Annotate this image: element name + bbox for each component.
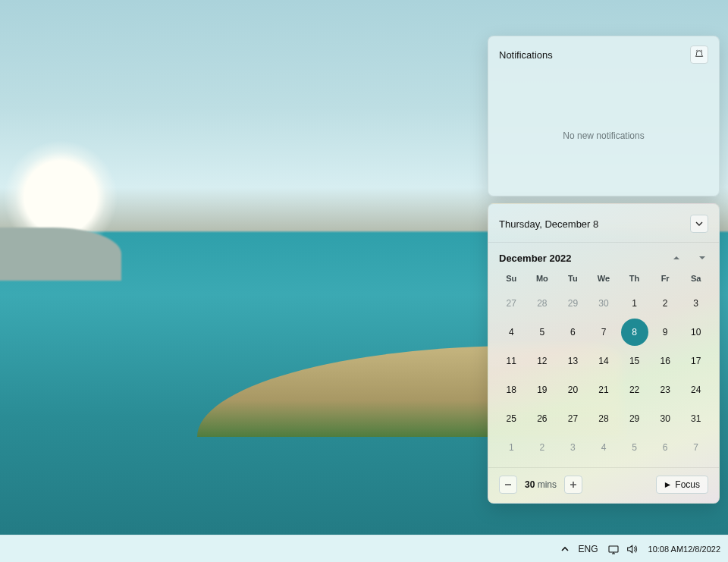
calendar-day[interactable]: 17 [680, 347, 711, 375]
calendar-day[interactable]: 27 [496, 290, 527, 317]
calendar-grid: SuMoTuWeThFrSa27282930123456789101112131… [488, 268, 719, 467]
do-not-disturb-button[interactable] [690, 46, 708, 64]
calendar-day[interactable]: 14 [588, 347, 620, 375]
calendar-dow: We [588, 268, 620, 288]
calendar-day[interactable]: 26 [527, 405, 558, 432]
calendar-dow: Fr [650, 268, 681, 288]
calendar-day[interactable]: 6 [557, 319, 588, 346]
calendar-day[interactable]: 3 [557, 434, 588, 461]
calendar-dow: Su [496, 268, 527, 288]
calendar-day[interactable]: 4 [496, 319, 527, 346]
calendar-day[interactable]: 20 [557, 376, 588, 403]
calendar-day[interactable]: 31 [680, 405, 711, 432]
calendar-month-label[interactable]: December 2022 [499, 253, 571, 264]
calendar-day[interactable]: 15 [619, 347, 650, 375]
calendar-day[interactable]: 10 [680, 319, 711, 346]
calendar-collapse-button[interactable] [690, 215, 708, 233]
calendar-day[interactable]: 2 [650, 290, 681, 317]
calendar-day[interactable]: 27 [557, 405, 588, 432]
calendar-day[interactable]: 12 [527, 347, 558, 375]
calendar-day-today[interactable]: 8 [621, 319, 648, 346]
calendar-day[interactable]: 21 [588, 376, 620, 403]
notifications-empty-text: No new notifications [488, 130, 719, 141]
calendar-dow: Th [619, 268, 650, 288]
tray-clock[interactable]: 10:08 AM 12/8/2022 [642, 535, 728, 562]
focus-decrease-button[interactable] [499, 476, 517, 494]
focus-increase-button[interactable] [564, 476, 582, 494]
network-icon [607, 543, 620, 555]
calendar-next-button[interactable] [696, 252, 708, 264]
calendar-day[interactable]: 16 [650, 347, 681, 375]
tray-overflow-button[interactable] [556, 535, 574, 562]
wallpaper-decor [0, 228, 121, 281]
calendar-day[interactable]: 22 [619, 376, 650, 403]
svg-rect-0 [609, 546, 618, 552]
calendar-panel: Thursday, December 8 December 2022 SuMoT… [488, 203, 720, 504]
calendar-day[interactable]: 30 [588, 290, 620, 317]
notifications-title: Notifications [499, 49, 553, 61]
notifications-panel: Notifications No new notifications [488, 36, 720, 196]
volume-icon [626, 543, 638, 555]
calendar-day[interactable]: 7 [680, 434, 711, 461]
tray-date: 12/8/2022 [683, 544, 720, 554]
calendar-day[interactable]: 5 [619, 434, 650, 461]
calendar-dow: Tu [557, 268, 588, 288]
focus-duration-value: 30 [525, 479, 535, 490]
taskbar: ENG 10:08 AM 12/8/2022 [0, 535, 728, 562]
calendar-day[interactable]: 25 [496, 405, 527, 432]
calendar-day[interactable]: 1 [496, 434, 527, 461]
tray-quick-settings[interactable] [603, 535, 642, 562]
calendar-day[interactable]: 24 [680, 376, 711, 403]
tray-time: 10:08 AM [648, 544, 683, 554]
calendar-day[interactable]: 28 [588, 405, 620, 432]
calendar-day[interactable]: 9 [650, 319, 681, 346]
calendar-day[interactable]: 13 [557, 347, 588, 375]
calendar-day[interactable]: 3 [680, 290, 711, 317]
calendar-day[interactable]: 5 [527, 319, 558, 346]
calendar-dow: Sa [680, 268, 711, 288]
calendar-day[interactable]: 6 [650, 434, 681, 461]
calendar-day[interactable]: 11 [496, 347, 527, 375]
calendar-day[interactable]: 29 [619, 405, 650, 432]
calendar-day[interactable]: 19 [527, 376, 558, 403]
calendar-day[interactable]: 18 [496, 376, 527, 403]
focus-button-label: Focus [675, 479, 700, 490]
calendar-day[interactable]: 4 [588, 434, 620, 461]
calendar-day[interactable]: 2 [527, 434, 558, 461]
calendar-day[interactable]: 29 [557, 290, 588, 317]
calendar-dow: Mo [527, 268, 558, 288]
calendar-prev-button[interactable] [670, 252, 682, 264]
calendar-day[interactable]: 7 [588, 319, 620, 346]
calendar-day[interactable]: 1 [619, 290, 650, 317]
focus-duration-unit: mins [538, 479, 557, 490]
calendar-day[interactable]: 30 [650, 405, 681, 432]
focus-start-button[interactable]: Focus [656, 476, 708, 494]
calendar-day[interactable]: 28 [527, 290, 558, 317]
desktop-wallpaper[interactable]: Notifications No new notifications Thurs… [0, 0, 728, 535]
calendar-full-date[interactable]: Thursday, December 8 [499, 218, 598, 230]
calendar-day[interactable]: 23 [650, 376, 681, 403]
tray-language[interactable]: ENG [574, 535, 603, 562]
